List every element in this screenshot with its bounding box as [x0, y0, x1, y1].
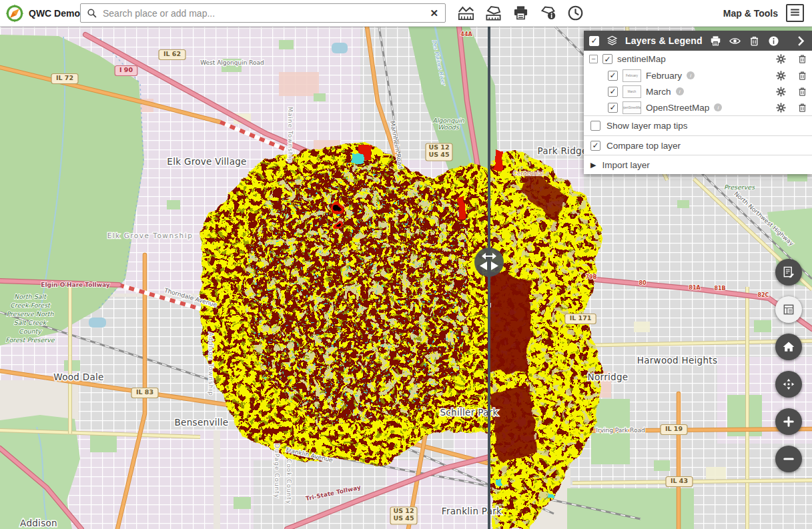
- swap-arrows-icon: [480, 252, 498, 260]
- print-icon: [512, 4, 530, 22]
- map-label: Creek Forest: [10, 302, 51, 309]
- svg-text:US 12: US 12: [428, 143, 449, 151]
- layer-row-march[interactable]: MarchMarch: [584, 83, 812, 99]
- option-label: Compare top layer: [606, 141, 681, 151]
- layer-info-icon[interactable]: [676, 87, 684, 95]
- delete-all-icon[interactable]: [748, 35, 761, 47]
- layer-info-icon[interactable]: [714, 103, 722, 111]
- locate-button[interactable]: [775, 371, 802, 398]
- option-row[interactable]: Compare top layer: [584, 135, 812, 155]
- layer-thumbnail: February: [623, 69, 641, 82]
- info-icon[interactable]: [767, 35, 780, 47]
- route-shield: IL 43: [666, 477, 693, 487]
- identify-icon: [539, 4, 557, 22]
- home-icon: [782, 340, 795, 354]
- height-profile-button[interactable]: [455, 3, 476, 24]
- qwc-logo-icon: [5, 3, 24, 23]
- option-row[interactable]: Show layer map tips: [584, 116, 812, 135]
- layer-info-icon[interactable]: [687, 71, 695, 79]
- map-label: North Salt: [14, 293, 47, 300]
- sublayer-list: FebruaryFebruaryMarchMarchOpenStreetMapO…: [584, 67, 812, 115]
- map-label: DuPage County: [274, 444, 280, 498]
- svg-text:IL 171: IL 171: [570, 314, 592, 322]
- map-label: Addison: [20, 518, 57, 528]
- layer-delete-icon[interactable]: [797, 70, 808, 81]
- sketch-icon: [782, 266, 795, 279]
- svg-text:US 45: US 45: [428, 151, 449, 158]
- time-manager-button[interactable]: [564, 3, 586, 24]
- map-label: Preserve North: [7, 310, 55, 318]
- layer-delete-icon[interactable]: [797, 53, 808, 65]
- attribute-form-button[interactable]: [775, 296, 802, 323]
- layer-settings-icon[interactable]: [775, 70, 787, 81]
- option-checkbox[interactable]: [590, 121, 600, 131]
- collapse-panel-icon[interactable]: [794, 35, 807, 47]
- route-shield: US 12US 45: [426, 143, 452, 161]
- route-shield: IL 19: [661, 425, 687, 435]
- option-checkbox[interactable]: [590, 141, 600, 151]
- layer-checkbox[interactable]: [608, 87, 618, 97]
- layer-thumbnail: OpenStreetMap: [623, 101, 641, 114]
- map-label: Franklin Park: [442, 506, 502, 516]
- menu-button[interactable]: [786, 4, 804, 22]
- svg-text:US 45: US 45: [393, 514, 414, 522]
- layer-delete-icon[interactable]: [797, 102, 808, 113]
- layer-delete-icon[interactable]: [797, 86, 808, 97]
- measure-button[interactable]: [482, 3, 504, 24]
- layer-row-root[interactable]: − sentinelMap: [584, 51, 812, 67]
- import-layer-row[interactable]: Import layer: [584, 155, 812, 174]
- route-shield: US 12US 45: [390, 507, 417, 524]
- expand-triangle-icon: [590, 161, 596, 169]
- map-label: 80: [639, 280, 647, 286]
- search-input[interactable]: [101, 7, 424, 19]
- layers-panel: Layers & Legend: [584, 31, 812, 174]
- sketch-button[interactable]: [775, 259, 802, 286]
- search-box[interactable]: ✕: [80, 3, 446, 23]
- map-label: 82C: [757, 292, 769, 298]
- zoom-out-button[interactable]: [775, 446, 802, 472]
- panel-master-checkbox[interactable]: [589, 36, 599, 46]
- layer-settings-icon[interactable]: [775, 53, 787, 65]
- zoom-in-button[interactable]: [775, 408, 802, 435]
- app-window: Elk Grove VillageElk Grove TownshipPark …: [0, 0, 812, 529]
- layer-checkbox[interactable]: [608, 71, 618, 81]
- svg-text:IL 43: IL 43: [671, 477, 688, 484]
- search-clear-button[interactable]: ✕: [428, 7, 440, 19]
- svg-text:US 12: US 12: [393, 507, 414, 514]
- attribute-form-icon: [782, 303, 795, 316]
- compare-slider-line[interactable]: [488, 27, 490, 529]
- collapse-expander[interactable]: −: [589, 55, 598, 63]
- visibility-icon[interactable]: [729, 35, 741, 47]
- layer-settings-icon[interactable]: [775, 86, 787, 97]
- app-logo: QWC Demo: [5, 3, 80, 23]
- print-button[interactable]: [510, 3, 531, 24]
- hamburger-icon: [789, 6, 801, 19]
- map-label: Wood Dale: [53, 372, 103, 382]
- identify-button[interactable]: [537, 3, 558, 24]
- layer-row-openstreetmap[interactable]: OpenStreetMapOpenStreetMap: [584, 99, 812, 115]
- map-label: Elk Grove Township: [107, 231, 193, 239]
- map-buttons: [775, 259, 802, 472]
- map-label: Park Ridge: [537, 145, 587, 156]
- compare-slider-handle[interactable]: [474, 247, 504, 277]
- print-legend-icon[interactable]: [709, 35, 722, 47]
- map-label: West Algonquin Road: [200, 59, 264, 66]
- locate-icon: [782, 378, 795, 391]
- map-label: Bensenville: [175, 417, 229, 428]
- layer-checkbox[interactable]: [608, 103, 618, 113]
- layer-settings-icon[interactable]: [775, 102, 787, 113]
- panel-title: Layers & Legend: [625, 35, 703, 46]
- home-button[interactable]: [775, 334, 802, 360]
- route-shield: IL 171: [565, 314, 596, 324]
- root-layer-checkbox[interactable]: [602, 54, 613, 64]
- svg-text:I 90: I 90: [119, 66, 133, 73]
- map-label: Cook County: [286, 459, 292, 504]
- map-label: Norridge: [588, 372, 629, 382]
- option-label: Show layer map tips: [606, 121, 688, 131]
- import-layer-label: Import layer: [602, 160, 649, 170]
- search-icon: [86, 7, 97, 19]
- layer-label: OpenStreetMap: [646, 103, 709, 113]
- svg-text:IL 19: IL 19: [665, 425, 683, 432]
- map-label: Harwood Heights: [637, 355, 718, 366]
- layer-row-february[interactable]: FebruaryFebruary: [584, 67, 812, 83]
